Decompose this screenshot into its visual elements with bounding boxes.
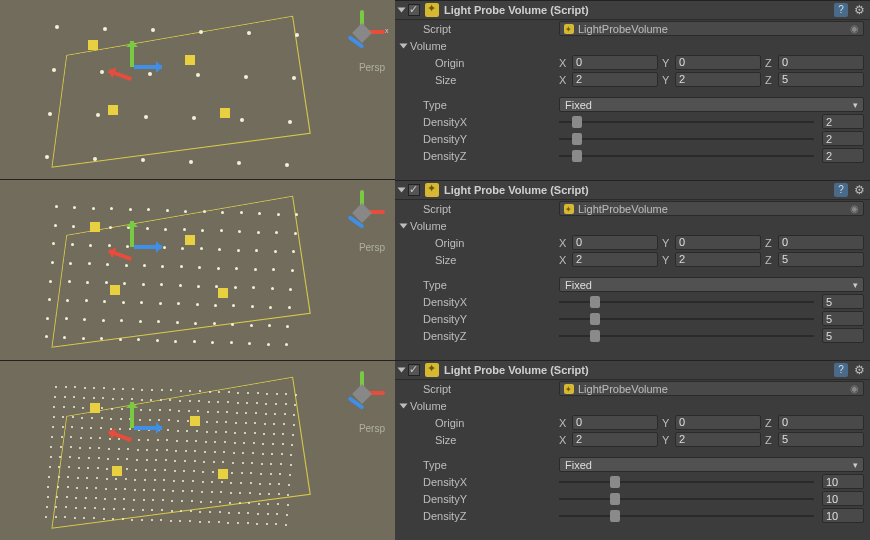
foldout-icon[interactable] bbox=[400, 43, 408, 48]
type-label: Type bbox=[409, 99, 559, 111]
size-label: Size bbox=[409, 254, 559, 266]
slider-thumb[interactable] bbox=[590, 330, 600, 342]
densityz-label: DensityZ bbox=[409, 510, 559, 522]
slider-thumb[interactable] bbox=[590, 296, 600, 308]
slider-thumb[interactable] bbox=[610, 510, 620, 522]
script-component-icon bbox=[425, 3, 439, 17]
densityx-value[interactable]: 2 bbox=[822, 114, 864, 129]
light-cube-icon bbox=[185, 235, 195, 245]
origin-y-input[interactable]: 0 bbox=[675, 235, 761, 250]
slider-thumb[interactable] bbox=[572, 133, 582, 145]
origin-z-input[interactable]: 0 bbox=[778, 55, 864, 70]
foldout-icon[interactable] bbox=[398, 188, 406, 193]
probe-points bbox=[0, 0, 395, 179]
densityz-label: DensityZ bbox=[409, 330, 559, 342]
densityy-slider[interactable] bbox=[559, 498, 814, 500]
densityy-slider[interactable] bbox=[559, 138, 814, 140]
densityz-slider[interactable] bbox=[559, 515, 814, 517]
slider-thumb[interactable] bbox=[610, 493, 620, 505]
gizmo-y-icon bbox=[130, 402, 134, 428]
component-header[interactable]: Light Probe Volume (Script) ? ⚙ bbox=[395, 181, 870, 200]
densityz-value[interactable]: 5 bbox=[822, 328, 864, 343]
size-y-input[interactable]: 2 bbox=[675, 252, 761, 267]
origin-y-input[interactable]: 0 bbox=[675, 55, 761, 70]
densityy-value[interactable]: 5 bbox=[822, 311, 864, 326]
enabled-checkbox[interactable] bbox=[408, 364, 420, 376]
object-picker-icon[interactable]: ◉ bbox=[850, 383, 859, 394]
object-picker-icon[interactable]: ◉ bbox=[850, 203, 859, 214]
foldout-icon[interactable] bbox=[400, 403, 408, 408]
densityy-value[interactable]: 10 bbox=[822, 491, 864, 506]
densityz-label: DensityZ bbox=[409, 150, 559, 162]
scene-viewport-1[interactable]: x Persp bbox=[0, 0, 395, 180]
size-y-input[interactable]: 2 bbox=[675, 72, 761, 87]
foldout-icon[interactable] bbox=[398, 368, 406, 373]
size-x-input[interactable]: 2 bbox=[572, 432, 658, 447]
densityx-value[interactable]: 5 bbox=[822, 294, 864, 309]
size-x-input[interactable]: 2 bbox=[572, 72, 658, 87]
x-label: X bbox=[559, 417, 569, 429]
origin-z-input[interactable]: 0 bbox=[778, 415, 864, 430]
gear-icon[interactable]: ⚙ bbox=[852, 3, 866, 17]
enabled-checkbox[interactable] bbox=[408, 4, 420, 16]
x-label: X bbox=[559, 237, 569, 249]
type-dropdown[interactable]: Fixed bbox=[559, 457, 864, 472]
scene-viewport-3[interactable]: Persp bbox=[0, 361, 395, 540]
origin-x-input[interactable]: 0 bbox=[572, 55, 658, 70]
script-value: LightProbeVolume bbox=[578, 383, 668, 395]
densityz-value[interactable]: 10 bbox=[822, 508, 864, 523]
gear-icon[interactable]: ⚙ bbox=[852, 183, 866, 197]
size-z-input[interactable]: 5 bbox=[778, 252, 864, 267]
script-component-icon bbox=[425, 183, 439, 197]
enabled-checkbox[interactable] bbox=[408, 184, 420, 196]
size-z-input[interactable]: 5 bbox=[778, 72, 864, 87]
script-field[interactable]: LightProbeVolume ◉ bbox=[559, 381, 864, 396]
origin-x-input[interactable]: 0 bbox=[572, 415, 658, 430]
densityx-label: DensityX bbox=[409, 296, 559, 308]
probe-points bbox=[0, 180, 395, 359]
type-label: Type bbox=[409, 279, 559, 291]
component-header[interactable]: Light Probe Volume (Script) ? ⚙ bbox=[395, 361, 870, 380]
type-dropdown[interactable]: Fixed bbox=[559, 277, 864, 292]
size-z-input[interactable]: 5 bbox=[778, 432, 864, 447]
densityx-slider[interactable] bbox=[559, 301, 814, 303]
scene-viewport-2[interactable]: Persp bbox=[0, 180, 395, 360]
densityx-slider[interactable] bbox=[559, 481, 814, 483]
light-cube-icon bbox=[90, 222, 100, 232]
densityy-slider[interactable] bbox=[559, 318, 814, 320]
size-y-input[interactable]: 2 bbox=[675, 432, 761, 447]
origin-z-input[interactable]: 0 bbox=[778, 235, 864, 250]
densityz-slider[interactable] bbox=[559, 155, 814, 157]
probe-points bbox=[0, 361, 395, 540]
object-picker-icon[interactable]: ◉ bbox=[850, 23, 859, 34]
volume-label: Volume bbox=[410, 220, 447, 232]
slider-thumb[interactable] bbox=[572, 116, 582, 128]
slider-thumb[interactable] bbox=[572, 150, 582, 162]
densityz-slider[interactable] bbox=[559, 335, 814, 337]
densityx-slider[interactable] bbox=[559, 121, 814, 123]
help-icon[interactable]: ? bbox=[834, 3, 848, 17]
script-field[interactable]: LightProbeVolume ◉ bbox=[559, 21, 864, 36]
script-label: Script bbox=[409, 203, 559, 215]
gear-icon[interactable]: ⚙ bbox=[852, 363, 866, 377]
script-field[interactable]: LightProbeVolume ◉ bbox=[559, 201, 864, 216]
densityz-value[interactable]: 2 bbox=[822, 148, 864, 163]
slider-thumb[interactable] bbox=[590, 313, 600, 325]
foldout-icon[interactable] bbox=[400, 223, 408, 228]
densityx-value[interactable]: 10 bbox=[822, 474, 864, 489]
help-icon[interactable]: ? bbox=[834, 363, 848, 377]
origin-x-input[interactable]: 0 bbox=[572, 235, 658, 250]
component-header[interactable]: Light Probe Volume (Script) ? ⚙ bbox=[395, 1, 870, 20]
origin-y-input[interactable]: 0 bbox=[675, 415, 761, 430]
type-dropdown[interactable]: Fixed bbox=[559, 97, 864, 112]
light-cube-icon bbox=[218, 288, 228, 298]
y-label: Y bbox=[662, 417, 672, 429]
densityy-value[interactable]: 2 bbox=[822, 131, 864, 146]
help-icon[interactable]: ? bbox=[834, 183, 848, 197]
size-x-input[interactable]: 2 bbox=[572, 252, 658, 267]
script-component-icon bbox=[425, 363, 439, 377]
foldout-icon[interactable] bbox=[398, 8, 406, 13]
slider-thumb[interactable] bbox=[610, 476, 620, 488]
x-label: X bbox=[559, 74, 569, 86]
component-title: Light Probe Volume (Script) bbox=[444, 4, 830, 16]
